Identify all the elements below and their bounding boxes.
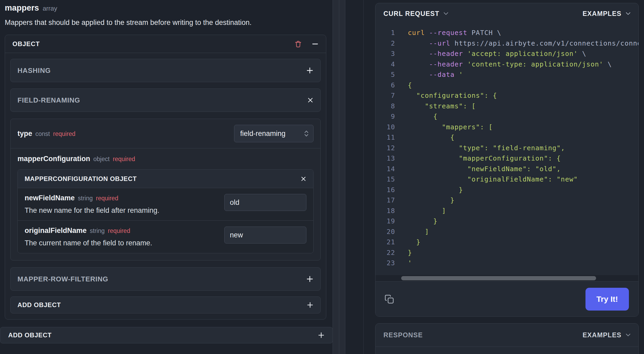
response-header: RESPONSE EXAMPLES (375, 324, 638, 347)
object-card-header[interactable]: OBJECT (5, 35, 326, 53)
code-text: "mappers": [ (395, 122, 493, 132)
field-name: type (17, 130, 32, 138)
field-description: The new name for the field after renamin… (25, 206, 159, 215)
code-line: 23' (375, 258, 638, 268)
code-text: { (395, 111, 437, 122)
chevron-down-icon (444, 12, 448, 15)
property-description: Mappers that should be applied to the st… (5, 19, 326, 27)
try-it-button[interactable]: Try It! (585, 288, 629, 311)
line-number: 15 (375, 174, 395, 185)
code-line: 2 --url https://api.airbyte.com/v1/conne… (375, 38, 638, 49)
newFieldName-input[interactable] (224, 194, 306, 211)
field-kind: const (35, 130, 50, 138)
response-panel: RESPONSE EXAMPLES (375, 323, 639, 354)
code-text: } (395, 247, 412, 258)
code-editor[interactable]: 1curl --request PATCH \2 --url https://a… (375, 24, 638, 281)
field-description: The current name of the field to rename. (25, 239, 152, 247)
code-line: 11 { (375, 132, 638, 143)
line-number: 17 (375, 195, 395, 206)
object-card: OBJECT HASHING (5, 35, 326, 320)
add-object-button-inner[interactable]: ADD OBJECT (10, 297, 321, 313)
section-mapper-row-filtering[interactable]: MAPPER-ROW-FILTERING (10, 267, 321, 291)
plus-icon (318, 332, 325, 339)
code-line: 5 --data ' (375, 69, 638, 80)
code-text: "newFieldName": "old", (395, 164, 561, 174)
section-field-renaming-label: FIELD-RENAMING (17, 96, 80, 104)
response-examples-dropdown[interactable]: EXAMPLES (583, 331, 630, 339)
required-badge: required (53, 130, 75, 138)
curl-request-title: CURL REQUEST (383, 10, 439, 17)
code-line: 16 } (375, 185, 638, 195)
type-select[interactable]: field-renaming (234, 125, 314, 142)
object-card-body: HASHING FIELD-RENAMING (5, 53, 326, 319)
code-line: 12 "type": "field-renaming", (375, 143, 638, 153)
section-mapper-row-filtering-label: MAPPER-ROW-FILTERING (17, 275, 108, 283)
copy-icon[interactable] (384, 294, 394, 304)
column-divider-gutter (333, 0, 345, 354)
code-line: 8 "streams": [ (375, 101, 638, 112)
line-number: 6 (375, 80, 395, 91)
field-kind: string (78, 195, 93, 202)
code-line: 22} (375, 247, 638, 258)
response-title: RESPONSE (383, 331, 423, 339)
mapper-configuration-card-header: MAPPERCONFIGURATION OBJECT (18, 170, 313, 188)
schema-panel: mappers array Mappers that should be app… (0, 0, 333, 354)
add-object-label: ADD OBJECT (17, 301, 61, 309)
api-docs-page: mappers array Mappers that should be app… (0, 0, 644, 354)
curl-request-dropdown[interactable]: CURL REQUEST (383, 10, 448, 17)
field-name: originalFieldName (25, 227, 87, 235)
expand-plus-icon[interactable] (306, 275, 314, 283)
code-line: 15 "originalFieldName": "new" (375, 174, 638, 185)
line-number: 3 (375, 48, 395, 59)
code-text: } (395, 185, 463, 195)
chevron-down-icon (626, 12, 630, 15)
line-number: 2 (375, 38, 395, 49)
collapse-minus-icon[interactable] (312, 41, 319, 47)
trash-icon[interactable] (294, 40, 302, 48)
field-kind: string (90, 227, 105, 234)
property-name: mappers (5, 3, 39, 13)
code-text: "type": "field-renaming", (395, 143, 565, 153)
code-panel-column: CURL REQUEST EXAMPLES 1curl --request PA… (345, 0, 644, 354)
line-number: 23 (375, 258, 395, 268)
originalFieldName-input[interactable] (224, 227, 306, 244)
type-field-row: type const required field-renaming (11, 119, 320, 148)
section-field-renaming[interactable]: FIELD-RENAMING (10, 88, 321, 112)
line-number: 9 (375, 111, 395, 122)
horizontal-scrollbar-thumb[interactable] (401, 276, 596, 280)
code-text: --header 'content-type: application/json… (395, 59, 612, 70)
line-number: 4 (375, 59, 395, 70)
line-number: 13 (375, 153, 395, 164)
line-number: 5 (375, 69, 395, 80)
horizontal-scrollbar-track[interactable] (375, 275, 638, 281)
add-object-button-outer[interactable]: ADD OBJECT (0, 327, 333, 343)
code-text: ] (395, 227, 429, 237)
expand-plus-icon[interactable] (306, 67, 314, 74)
code-line: 7 "configurations": { (375, 90, 638, 101)
code-text: --url https://api.airbyte.com/v1/connect… (395, 38, 638, 49)
originalFieldName-row: originalFieldName string required The cu… (18, 221, 313, 253)
close-x-icon[interactable] (301, 176, 306, 182)
code-text: ] (395, 206, 446, 216)
code-line: 18 ] (375, 206, 638, 216)
request-examples-dropdown[interactable]: EXAMPLES (583, 10, 630, 17)
section-hashing[interactable]: HASHING (10, 59, 321, 82)
line-number: 19 (375, 216, 395, 227)
code-text: { (395, 80, 412, 91)
code-line: 13 "mapperConfiguration": { (375, 153, 638, 164)
line-number: 21 (375, 237, 395, 247)
plus-icon (307, 302, 314, 308)
field-kind: object (93, 156, 110, 163)
code-line: 1curl --request PATCH \ (375, 28, 638, 38)
examples-label: EXAMPLES (583, 10, 621, 17)
property-type-badge: array (43, 5, 57, 12)
code-text: curl --request PATCH \ (395, 28, 501, 38)
close-x-icon[interactable] (307, 97, 314, 103)
code-text: } (395, 237, 421, 247)
type-select-value: field-renaming (240, 130, 285, 138)
mapper-configuration-card: MAPPERCONFIGURATION OBJECT newFieldName (17, 169, 314, 253)
code-line: 3 --header 'accept: application/json' \ (375, 48, 638, 59)
line-number: 22 (375, 247, 395, 258)
code-text: "originalFieldName": "new" (395, 174, 578, 185)
line-number: 14 (375, 164, 395, 174)
